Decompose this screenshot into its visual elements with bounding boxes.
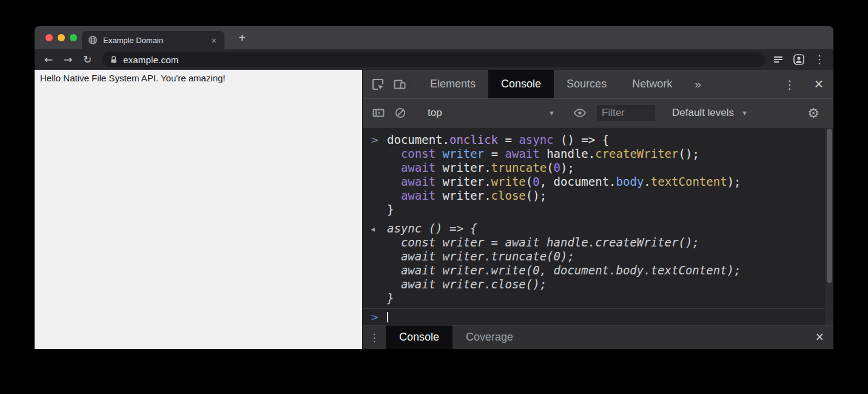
drawer-tab-console[interactable]: Console — [386, 325, 453, 349]
context-selector[interactable]: top ▼ — [418, 107, 562, 119]
browser-tab[interactable]: Example Domain × — [82, 31, 224, 49]
tab-close-button[interactable]: × — [209, 35, 218, 46]
console-entry-result: ◂async () => { const writer = await hand… — [363, 220, 833, 307]
console-entry-input: >document.onclick = async () => { const … — [363, 132, 833, 219]
device-toolbar-button[interactable] — [389, 70, 411, 98]
prompt-chevron-icon: > — [371, 311, 387, 323]
log-levels-selector[interactable]: Default levels ▼ — [672, 107, 748, 119]
input-echo-chevron-icon — [371, 175, 387, 189]
result-arrow-icon — [371, 236, 387, 250]
input-echo-chevron-icon: > — [371, 133, 387, 147]
console-messages: >document.onclick = async () => { const … — [363, 127, 833, 307]
result-arrow-icon — [371, 263, 387, 277]
input-echo-chevron-icon — [371, 189, 387, 203]
browser-window: Example Domain × + ← → ↻ example.com ⋮ H — [35, 26, 833, 349]
tab-console[interactable]: Console — [488, 70, 554, 98]
drawer-tab-coverage[interactable]: Coverage — [453, 325, 527, 349]
filter-input[interactable] — [597, 105, 655, 121]
code-line: document.onclick = async () => { — [387, 133, 609, 147]
code-line: await writer.close(); — [387, 189, 547, 203]
code-line: async () => { — [387, 222, 477, 236]
inspect-button[interactable] — [367, 70, 389, 98]
code-line: await writer.truncate(0); — [387, 161, 574, 175]
input-echo-chevron-icon — [371, 147, 387, 161]
scrollbar-thumb[interactable] — [827, 129, 832, 283]
settings-button[interactable]: ⚙ — [798, 106, 829, 121]
code-line: } — [387, 291, 394, 305]
devtools-panel: Elements Console Sources Network » ⋮ × t… — [362, 70, 833, 349]
code-line: await writer.close(); — [387, 277, 547, 291]
result-arrow-icon — [371, 250, 387, 263]
clear-console-button[interactable] — [389, 106, 411, 120]
result-arrow-icon: ◂ — [371, 222, 387, 236]
spacer — [711, 70, 776, 98]
browser-menu-button[interactable]: ⋮ — [814, 54, 825, 65]
profile-button[interactable] — [793, 53, 805, 66]
nav-right-controls: ⋮ — [773, 53, 827, 66]
code-line: await writer.write(0, document.body.text… — [387, 263, 741, 277]
console-pane: >document.onclick = async () => { const … — [363, 127, 833, 325]
result-arrow-icon — [371, 277, 387, 291]
address-bar[interactable]: example.com — [103, 52, 765, 67]
toolbar-separator — [414, 76, 414, 92]
log-levels-label: Default levels — [672, 107, 734, 119]
tab-elements[interactable]: Elements — [417, 70, 488, 98]
devtools-drawer: ⋮ Console Coverage × — [363, 325, 833, 349]
devtools-menu-button[interactable]: ⋮ — [775, 70, 804, 98]
code-line: const writer = await handle.createWriter… — [387, 236, 699, 250]
input-echo-chevron-icon — [371, 203, 387, 217]
close-window-button[interactable] — [45, 34, 53, 41]
devtools-close-button[interactable]: × — [804, 70, 833, 98]
code-line: const writer = await handle.createWriter… — [387, 147, 699, 161]
input-echo-chevron-icon — [371, 161, 387, 175]
globe-favicon-icon — [88, 35, 98, 45]
tab-strip: Example Domain × + — [35, 26, 833, 49]
navigation-bar: ← → ↻ example.com ⋮ — [35, 49, 833, 70]
page-text: Hello Native File System API. You're ama… — [40, 73, 226, 83]
menu-lines-icon[interactable] — [773, 55, 784, 64]
console-prompt[interactable]: > — [363, 308, 833, 325]
tab-sources[interactable]: Sources — [554, 70, 619, 98]
code-line: await writer.truncate(0); — [387, 250, 574, 263]
tab-network[interactable]: Network — [619, 70, 685, 98]
chevron-down-icon: ▼ — [548, 109, 555, 117]
code-line: await writer.write(0, document.body.text… — [387, 175, 741, 189]
tab-title: Example Domain — [103, 36, 209, 45]
eye-button[interactable] — [569, 106, 591, 120]
window-controls — [45, 34, 77, 41]
spacer — [527, 325, 806, 349]
drawer-close-button[interactable]: × — [806, 325, 833, 349]
drawer-menu-button[interactable]: ⋮ — [363, 325, 386, 349]
reload-button[interactable]: ↻ — [79, 53, 95, 66]
lock-icon — [110, 55, 118, 64]
new-tab-button[interactable]: + — [235, 30, 249, 45]
main-content: Hello Native File System API. You're ama… — [35, 70, 833, 349]
result-arrow-icon — [371, 291, 387, 305]
more-tabs-button[interactable]: » — [685, 70, 711, 98]
back-button[interactable]: ← — [41, 53, 56, 66]
devtools-tabbar: Elements Console Sources Network » ⋮ × — [363, 70, 833, 99]
url-text: example.com — [123, 55, 178, 65]
console-toolbar: top ▼ Default levels ▼ ⚙ — [363, 99, 833, 127]
context-label: top — [428, 107, 442, 119]
zoom-window-button[interactable] — [70, 34, 77, 41]
page-content: Hello Native File System API. You're ama… — [35, 70, 362, 349]
console-sidebar-button[interactable] — [368, 106, 389, 120]
text-caret — [387, 312, 388, 322]
minimize-window-button[interactable] — [58, 34, 65, 41]
forward-button[interactable]: → — [60, 53, 76, 66]
scrollbar[interactable] — [825, 127, 833, 325]
code-line: } — [387, 203, 394, 217]
chevron-down-icon: ▼ — [741, 109, 748, 117]
